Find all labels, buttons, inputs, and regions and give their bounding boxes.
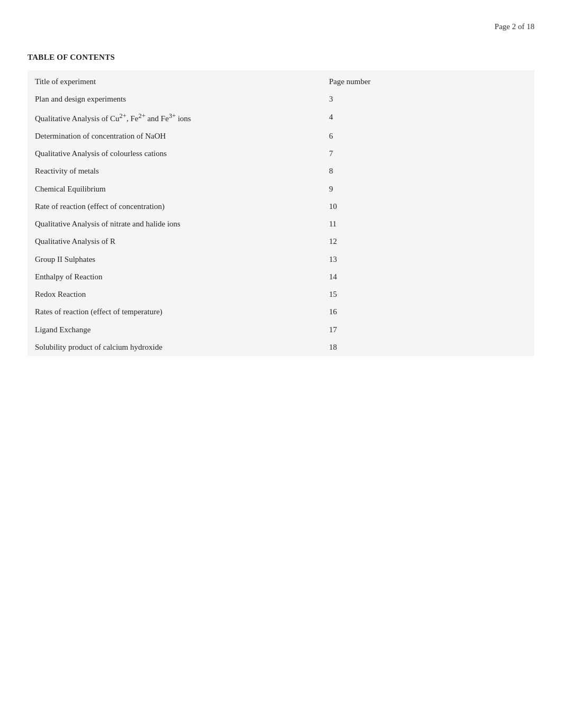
- toc-row-title: Redox Reaction: [28, 286, 322, 303]
- toc-row-title: Qualitative Analysis of nitrate and hali…: [28, 215, 322, 233]
- toc-row-page: 13: [322, 251, 534, 268]
- toc-row-page: 10: [322, 198, 534, 215]
- toc-row-title: Plan and design experiments: [28, 91, 322, 108]
- toc-heading: TABLE OF CONTENTS: [28, 53, 534, 62]
- toc-row: Group II Sulphates13: [28, 251, 534, 268]
- toc-row: Qualitative Analysis of colourless catio…: [28, 145, 534, 162]
- col-title-header: Title of experiment: [28, 70, 322, 91]
- toc-row-title: Rate of reaction (effect of concentratio…: [28, 198, 322, 215]
- toc-row-title: Rates of reaction (effect of temperature…: [28, 303, 322, 321]
- toc-row: Rates of reaction (effect of temperature…: [28, 303, 534, 321]
- toc-row: Rate of reaction (effect of concentratio…: [28, 198, 534, 215]
- toc-row-title: Reactivity of metals: [28, 162, 322, 180]
- toc-row-page: 6: [322, 128, 534, 145]
- toc-row-page: 17: [322, 321, 534, 339]
- toc-row-page: 9: [322, 180, 534, 198]
- toc-row-page: 15: [322, 286, 534, 303]
- toc-row-page: 16: [322, 303, 534, 321]
- toc-row-title: Ligand Exchange: [28, 321, 322, 339]
- toc-row-title: Qualitative Analysis of Cu2+, Fe2+ and F…: [28, 108, 322, 128]
- toc-row-page: 8: [322, 162, 534, 180]
- toc-table: Title of experiment Page number Plan and…: [28, 70, 534, 356]
- toc-row: Solubility product of calcium hydroxide1…: [28, 339, 534, 356]
- toc-row-page: 4: [322, 108, 534, 128]
- toc-row: Chemical Equilibrium9: [28, 180, 534, 198]
- page-indicator: Page 2 of 18: [495, 22, 534, 31]
- toc-row-title: Qualitative Analysis of colourless catio…: [28, 145, 322, 162]
- toc-row-page: 18: [322, 339, 534, 356]
- toc-row-page: 11: [322, 215, 534, 233]
- toc-row: Ligand Exchange17: [28, 321, 534, 339]
- toc-row: Enthalpy of Reaction14: [28, 268, 534, 286]
- toc-row-title: Qualitative Analysis of R: [28, 233, 322, 250]
- col-page-header: Page number: [322, 70, 534, 91]
- toc-row-page: 7: [322, 145, 534, 162]
- toc-row-title: Determination of concentration of NaOH: [28, 128, 322, 145]
- toc-row-title: Enthalpy of Reaction: [28, 268, 322, 286]
- toc-row: Plan and design experiments3: [28, 91, 534, 108]
- toc-row-page: 3: [322, 91, 534, 108]
- toc-row-title: Solubility product of calcium hydroxide: [28, 339, 322, 356]
- toc-row-page: 14: [322, 268, 534, 286]
- toc-row: Qualitative Analysis of Cu2+, Fe2+ and F…: [28, 108, 534, 128]
- toc-row: Redox Reaction15: [28, 286, 534, 303]
- toc-row: Determination of concentration of NaOH6: [28, 128, 534, 145]
- toc-header-row: Title of experiment Page number: [28, 70, 534, 91]
- toc-row: Qualitative Analysis of R12: [28, 233, 534, 250]
- toc-row-title: Group II Sulphates: [28, 251, 322, 268]
- toc-row-title: Chemical Equilibrium: [28, 180, 322, 198]
- toc-header: Title of experiment Page number: [28, 70, 534, 91]
- toc-row-page: 12: [322, 233, 534, 250]
- toc-row: Reactivity of metals8: [28, 162, 534, 180]
- toc-body: Plan and design experiments3Qualitative …: [28, 91, 534, 356]
- toc-row: Qualitative Analysis of nitrate and hali…: [28, 215, 534, 233]
